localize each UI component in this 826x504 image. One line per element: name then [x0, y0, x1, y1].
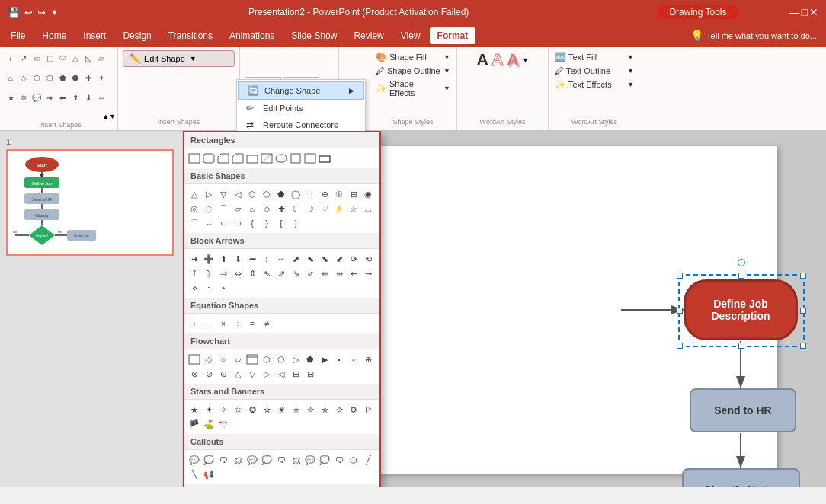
- slide-thumbnail[interactable]: Start Define Job Send to HR Classify Reg…: [6, 149, 174, 256]
- basic-30[interactable]: ⊃: [231, 216, 245, 230]
- shape-rt-tri[interactable]: ◺: [82, 52, 94, 64]
- blockarr-7[interactable]: ↔: [274, 252, 288, 266]
- basic-16[interactable]: ⌒: [216, 202, 230, 215]
- shape-oct[interactable]: ⯃: [69, 72, 82, 84]
- basic-21[interactable]: ☾: [289, 202, 303, 215]
- basic-31[interactable]: {: [245, 216, 259, 230]
- wordart-shadow-btn[interactable]: A: [507, 50, 519, 70]
- basic-17[interactable]: ▱: [231, 202, 245, 215]
- blockarr-11[interactable]: ⬋: [332, 252, 346, 266]
- shape-trap[interactable]: ⏢: [5, 72, 17, 84]
- rect-shape-5[interactable]: [245, 152, 259, 165]
- text-fill-btn[interactable]: 🔤 Text Fill ▼: [553, 50, 636, 64]
- shape-rrect[interactable]: ▢: [43, 52, 56, 64]
- undo-icon[interactable]: ↩: [24, 7, 33, 18]
- callout-line-2[interactable]: ╲: [187, 467, 201, 481]
- blockarr-17[interactable]: ⇔: [231, 266, 245, 280]
- basic-10[interactable]: ⊕: [318, 187, 331, 201]
- blockarr-20[interactable]: ⇗: [274, 266, 288, 280]
- basic-19[interactable]: ◇: [260, 202, 274, 215]
- blockarr-29[interactable]: ⋆: [216, 281, 230, 295]
- star-10[interactable]: ✯: [318, 403, 331, 416]
- menu-insert[interactable]: Insert: [75, 27, 114, 44]
- star-8[interactable]: ✭: [289, 403, 303, 416]
- flow-8[interactable]: ▷: [289, 352, 303, 366]
- shape-blockarr-lr[interactable]: ↔: [95, 91, 107, 104]
- flow-3[interactable]: ○: [216, 352, 230, 366]
- shape-star6[interactable]: ✡: [18, 91, 30, 104]
- shape-fill-btn[interactable]: 🎨 Shape Fill ▼: [374, 50, 452, 64]
- flow-14[interactable]: ⊗: [187, 367, 201, 381]
- blockarr-26[interactable]: ⇝: [361, 266, 375, 280]
- flow-19[interactable]: ▷: [260, 367, 274, 381]
- star-2[interactable]: ✦: [202, 403, 216, 416]
- tell-me-box[interactable]: 💡 Tell me what you want to do...: [690, 30, 817, 42]
- flow-16[interactable]: ⊙: [216, 367, 230, 381]
- star-11[interactable]: ✰: [332, 403, 346, 416]
- flow-18[interactable]: ▽: [245, 367, 259, 381]
- blockarr-18[interactable]: ⇕: [245, 266, 259, 280]
- blockarr-25[interactable]: ⇜: [347, 266, 360, 280]
- edit-shape-button[interactable]: ✏️ Edit Shape ▼: [123, 50, 235, 67]
- basic-13[interactable]: ◉: [361, 187, 375, 201]
- blockarr-1[interactable]: ➜: [187, 252, 201, 266]
- callout-2[interactable]: 💭: [202, 453, 216, 467]
- blockarr-6[interactable]: ↕: [260, 252, 274, 266]
- flow-2[interactable]: ◇: [202, 352, 216, 366]
- callout-11[interactable]: 🗨: [332, 453, 346, 467]
- scroll-down-icon[interactable]: ▼: [109, 113, 116, 120]
- rect-shape-7[interactable]: [274, 152, 288, 165]
- flow-5[interactable]: [245, 352, 259, 366]
- shape-star5[interactable]: ★: [5, 91, 17, 104]
- shape-pent[interactable]: ⬠: [30, 72, 43, 84]
- basic-23[interactable]: ♡: [318, 202, 331, 215]
- blockarr-8[interactable]: ⬈: [289, 252, 303, 266]
- shape-hex[interactable]: ⬡: [43, 72, 56, 84]
- menu-transitions[interactable]: Transitions: [161, 27, 220, 44]
- star-12[interactable]: ⚙: [347, 403, 360, 416]
- flow-10[interactable]: ▶: [318, 352, 331, 366]
- flow-15[interactable]: ⊘: [202, 367, 216, 381]
- blockarr-21[interactable]: ⇘: [289, 266, 303, 280]
- shape-iso-tri[interactable]: △: [69, 52, 82, 64]
- eq-6[interactable]: ≠: [260, 317, 274, 330]
- basic-20[interactable]: ✚: [274, 202, 288, 215]
- basic-12[interactable]: ⊞: [347, 187, 360, 201]
- blockarr-16[interactable]: ⇒: [216, 266, 230, 280]
- blockarr-27[interactable]: ⋄: [187, 281, 201, 295]
- shape-arrow[interactable]: ↗: [18, 52, 30, 64]
- blockarr-14[interactable]: ⤴: [187, 266, 201, 280]
- menu-view[interactable]: View: [393, 27, 428, 44]
- blockarr-22[interactable]: ⇙: [303, 266, 317, 280]
- define-job-node[interactable]: Define Job Description: [684, 279, 798, 340]
- callout-6[interactable]: 💭: [260, 453, 274, 467]
- menu-slideshow[interactable]: Slide Show: [283, 27, 344, 44]
- basic-3[interactable]: ▽: [216, 187, 230, 201]
- callout-5[interactable]: 💬: [245, 453, 259, 467]
- flow-13[interactable]: ⊕: [361, 352, 375, 366]
- close-btn[interactable]: ✕: [809, 6, 818, 18]
- rect-shape-9[interactable]: [303, 152, 317, 165]
- basic-27[interactable]: ⌒: [187, 216, 201, 230]
- menu-review[interactable]: Review: [346, 27, 391, 44]
- basic-4[interactable]: ◁: [231, 187, 245, 201]
- shape-rect1[interactable]: ▭: [30, 52, 43, 64]
- basic-24[interactable]: ⚡: [332, 202, 346, 215]
- blockarr-10[interactable]: ⬊: [318, 252, 331, 266]
- rect-shape-3[interactable]: [216, 152, 230, 165]
- callout-7[interactable]: 🗨: [274, 453, 288, 467]
- shape-blockarr-l[interactable]: ⬅: [56, 91, 69, 104]
- edit-shape-dropdown-arrow[interactable]: ▼: [190, 55, 197, 62]
- basic-8[interactable]: ◯: [289, 187, 303, 201]
- star-7[interactable]: ✬: [274, 403, 288, 416]
- send-hr-node[interactable]: Send to HR: [690, 388, 796, 432]
- basic-18[interactable]: ⏢: [245, 202, 259, 215]
- star-4[interactable]: ✩: [231, 403, 245, 416]
- wordart-plain-btn[interactable]: A: [476, 50, 488, 70]
- redo-icon[interactable]: ↪: [37, 7, 46, 18]
- flow-17[interactable]: △: [231, 367, 245, 381]
- shape-star4[interactable]: ✦: [95, 72, 107, 84]
- menu-design[interactable]: Design: [115, 27, 158, 44]
- shape-hept[interactable]: ⬟: [56, 72, 69, 84]
- basic-25[interactable]: ☆: [347, 202, 360, 215]
